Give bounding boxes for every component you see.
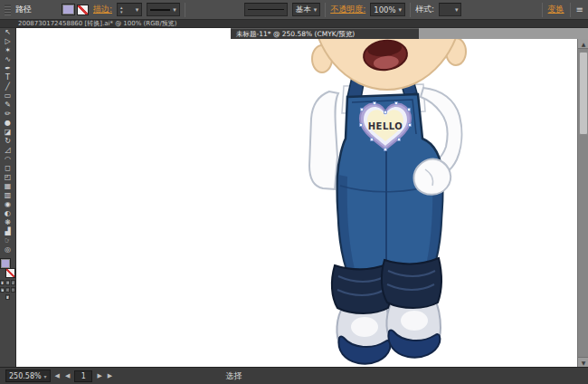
- context-label: 路径: [15, 4, 32, 15]
- right-cuff: [382, 258, 441, 308]
- illustrator-window: 路径 描边: ▴▾ ▾ ▾ 基本▾ 不透明度: 100%▾ 样式: ▾ 变换 ≡…: [0, 0, 588, 384]
- canvas-peek-strip: [16, 28, 231, 39]
- divider: [542, 3, 543, 17]
- chevron-down-icon: ▾: [173, 6, 176, 14]
- type-tool-icon[interactable]: T: [1, 73, 15, 82]
- fill-color-swatch[interactable]: [62, 4, 75, 15]
- pen-tool-icon[interactable]: ✒: [1, 64, 15, 73]
- magic-wand-tool-icon[interactable]: ✶: [1, 46, 15, 55]
- prev-artboard-button[interactable]: ◀: [64, 372, 71, 379]
- blob-brush-tool-icon[interactable]: ●: [1, 119, 15, 128]
- brush-preview-combo[interactable]: [244, 3, 288, 16]
- left-sleeve: [309, 91, 338, 189]
- status-bar: 250.58% ▾ ◀ ◀ 1 ▶ ▶ 选择: [0, 367, 588, 384]
- pencil-tool-icon[interactable]: ✏: [1, 110, 15, 119]
- hand-tool-icon[interactable]: ☞: [1, 236, 15, 245]
- eyedropper-tool-icon[interactable]: ◉: [1, 200, 15, 209]
- gradient-tool-icon[interactable]: ▥: [1, 191, 15, 200]
- none-button[interactable]: ∅: [11, 280, 15, 285]
- eraser-tool-icon[interactable]: ◪: [1, 128, 15, 137]
- rotate-tool-icon[interactable]: ↻: [1, 137, 15, 146]
- style-label: 样式:: [415, 4, 434, 15]
- control-bar: 路径 描边: ▴▾ ▾ ▾ 基本▾ 不透明度: 100%▾ 样式: ▾ 变换 ≡: [0, 0, 588, 20]
- rectangle-tool-icon[interactable]: ▭: [1, 91, 15, 101]
- transform-panel-link[interactable]: 变换: [548, 4, 564, 15]
- mesh-tool-icon[interactable]: ▦: [1, 182, 15, 191]
- divider: [185, 3, 185, 17]
- paint-buttons: ▮▥∅: [0, 280, 15, 285]
- right-shine: [401, 311, 428, 331]
- fill-stroke-swatches: [62, 2, 89, 18]
- current-tool-status: 选择: [225, 370, 242, 382]
- scrollbar-thumb[interactable]: [579, 52, 588, 135]
- scroll-down-icon[interactable]: ▼: [578, 357, 588, 367]
- chevron-down-icon: ▾: [44, 373, 47, 379]
- free-transform-tool-icon[interactable]: ◻: [1, 164, 15, 173]
- artboard-number-field[interactable]: 1: [74, 370, 92, 382]
- artboard-canvas[interactable]: HELLO: [16, 39, 577, 367]
- draw-normal-button[interactable]: ▣: [0, 287, 5, 293]
- selection-tool-icon[interactable]: ↖: [1, 28, 15, 37]
- document-tab-2-active[interactable]: 未标题-11* @ 250.58% (CMYK/预览): [231, 28, 419, 39]
- color-button[interactable]: ▮: [0, 280, 5, 285]
- tools-panel: ↖▷✶∿✒T╱▭✎✏●◪↻◿◠◻◰▦▥◉◐❋▟☞◎ ▮▥∅ ▣◱◲ ◧: [0, 28, 16, 367]
- width-tool-icon[interactable]: ◠: [1, 155, 15, 164]
- divider: [325, 3, 326, 17]
- divider: [410, 3, 411, 17]
- heart-hello-text: HELLO: [368, 121, 403, 131]
- draw-mode-buttons: ▣◱◲: [0, 287, 15, 293]
- line-preview-icon: [150, 9, 170, 11]
- width-profile-combo[interactable]: ▾: [147, 3, 180, 16]
- character-artwork: HELLO: [16, 39, 577, 367]
- zoom-tool-icon[interactable]: ◎: [1, 245, 15, 254]
- toolbar-tools: ↖▷✶∿✒T╱▭✎✏●◪↻◿◠◻◰▦▥◉◐❋▟☞◎: [1, 28, 15, 254]
- toolbar-stroke-swatch[interactable]: [5, 268, 15, 278]
- vertical-scrollbar[interactable]: ▲ ▼: [577, 39, 588, 367]
- toolbar-fill-swatch[interactable]: [0, 258, 11, 269]
- chevron-down-icon: ▾: [314, 6, 318, 14]
- stroke-weight-combo[interactable]: ▴▾ ▾: [117, 3, 142, 16]
- divider: [570, 3, 571, 17]
- scroll-up-icon[interactable]: ▲: [578, 39, 588, 49]
- line-segment-tool-icon[interactable]: ╱: [1, 82, 15, 91]
- left-shine: [351, 317, 378, 337]
- chevron-down-icon: ▾: [455, 6, 459, 14]
- brush-stroke-preview-icon: [248, 9, 284, 10]
- screen-mode-button[interactable]: ◧: [5, 294, 10, 300]
- first-artboard-button[interactable]: ◀: [54, 372, 61, 379]
- screen-mode-row: ◧: [5, 294, 10, 300]
- shape-builder-tool-icon[interactable]: ◰: [1, 173, 15, 182]
- last-artboard-button[interactable]: ▶: [107, 372, 113, 379]
- brush-definition-combo[interactable]: 基本▾: [292, 3, 321, 16]
- opacity-value: 100%: [374, 5, 395, 14]
- opacity-panel-link[interactable]: 不透明度:: [330, 4, 365, 15]
- chevron-down-icon: ▾: [136, 6, 139, 14]
- zoom-level-combo[interactable]: 250.58% ▾: [5, 370, 51, 382]
- panel-menu-icon[interactable]: ≡: [576, 5, 583, 14]
- stroke-color-swatch[interactable]: [77, 5, 89, 15]
- style-combo[interactable]: ▾: [439, 3, 461, 16]
- stroke-panel-link[interactable]: 描边:: [93, 4, 112, 15]
- draw-inside-button[interactable]: ◲: [11, 287, 15, 293]
- next-artboard-button[interactable]: ▶: [96, 372, 102, 379]
- gradient-button[interactable]: ▥: [5, 280, 10, 285]
- tab-strip: 未标题-11* @ 250.58% (CMYK/预览): [16, 28, 588, 39]
- paintbrush-tool-icon[interactable]: ✎: [1, 101, 15, 110]
- tab2-title: 未标题-11* @ 250.58% (CMYK/预览): [236, 30, 355, 38]
- head: [311, 39, 466, 90]
- opacity-combo[interactable]: 100%▾: [370, 3, 405, 16]
- panel-grip-icon: [5, 5, 11, 15]
- column-graph-tool-icon[interactable]: ▟: [1, 227, 15, 236]
- draw-behind-button[interactable]: ◱: [5, 287, 10, 293]
- lasso-tool-icon[interactable]: ∿: [1, 55, 15, 64]
- none-slash-icon: [78, 5, 88, 14]
- blend-tool-icon[interactable]: ◐: [1, 209, 15, 218]
- direct-selection-tool-icon[interactable]: ▷: [1, 37, 15, 46]
- zoom-value: 250.58%: [9, 372, 42, 380]
- symbol-sprayer-tool-icon[interactable]: ❋: [1, 218, 15, 227]
- scale-tool-icon[interactable]: ◿: [1, 146, 15, 155]
- brush-definition-value: 基本: [296, 5, 311, 15]
- spinner-arrows-icon[interactable]: ▴▾: [120, 5, 123, 14]
- toolbar-fill-stroke: [0, 258, 15, 278]
- document-tab-1[interactable]: 2008730172458860 [转换].ai* @ 100% (RGB/预览…: [0, 20, 588, 28]
